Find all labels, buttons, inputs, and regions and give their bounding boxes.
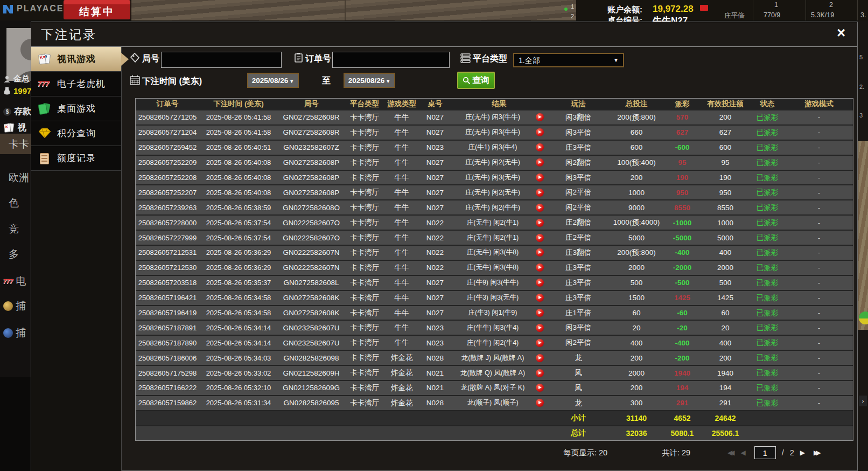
cell-status: 已派彩 xyxy=(750,263,785,273)
play-video-icon[interactable] xyxy=(536,369,544,377)
play-video-icon[interactable] xyxy=(536,219,544,227)
cell-payout: -2000 xyxy=(663,264,701,272)
menu-video-games[interactable]: 9 K♥ 视讯游戏 xyxy=(31,47,121,72)
lobby-tab-dian: 电 xyxy=(16,274,26,288)
limit-value-3: 3. xyxy=(860,11,866,19)
table-row: 2508260571752982025-08-26 05:33:02GN0212… xyxy=(136,365,853,380)
prev-page-icon[interactable]: ◀ xyxy=(740,449,748,456)
play-video-icon[interactable] xyxy=(536,204,544,212)
cell-table_no: N022 xyxy=(419,219,451,227)
cell-platform: 卡卡湾厅 xyxy=(345,128,384,137)
limit-col1: 1 xyxy=(774,1,778,9)
platform-select[interactable]: 1.全部 ▼ xyxy=(513,53,624,67)
table-row: 2508260571878912025-08-26 05:34:14GN0232… xyxy=(136,320,853,335)
cell-status: 已派彩 xyxy=(750,113,785,122)
cell-time: 2025-08-26 05:41:58 xyxy=(199,113,278,121)
round-label: 局号 xyxy=(142,53,159,65)
top-bar: PLAYACE 结算中 1 2 账户余额: 19,972.28 桌台编号: 牛牛… xyxy=(0,0,868,20)
menu-table-games[interactable]: 桌面游戏 xyxy=(31,96,121,121)
play-video-icon[interactable] xyxy=(536,399,544,407)
flag-icon xyxy=(700,5,708,11)
cell-mode: - xyxy=(785,324,853,332)
play-video-icon[interactable] xyxy=(536,324,544,332)
play-video-icon[interactable] xyxy=(536,354,544,362)
cell-order: 250826057259452 xyxy=(136,143,199,151)
cell-play_type: 龙 xyxy=(547,398,610,408)
cell-platform: 卡卡湾厅 xyxy=(345,323,384,333)
cell-table_no: N023 xyxy=(419,143,451,151)
order-input[interactable] xyxy=(332,52,450,68)
cell-time: 2025-08-26 05:33:02 xyxy=(199,369,278,377)
pager: ◀◀ ◀ 1 / 2 ▶ ▶▶ xyxy=(727,446,821,460)
person-icon xyxy=(3,75,11,83)
cell-game: 炸金花 xyxy=(384,383,419,393)
menu-slots[interactable]: 777 电子老虎机 xyxy=(31,72,121,96)
play-video-icon[interactable] xyxy=(536,248,544,257)
play-video-icon[interactable] xyxy=(536,384,544,392)
cell-payout: 190 xyxy=(663,174,701,182)
video-label: 视 xyxy=(18,122,26,134)
expand-arrow-icon: › xyxy=(859,396,867,406)
cell-table_no: N027 xyxy=(419,174,451,182)
play-video-icon[interactable] xyxy=(536,294,544,302)
cell-payout: 570 xyxy=(663,113,701,121)
deposit-label: 存款 xyxy=(14,106,31,117)
cell-platform: 卡卡湾厅 xyxy=(345,203,384,212)
date-from-select[interactable]: 2025/08/26▼ xyxy=(247,73,299,88)
play-video-icon[interactable] xyxy=(536,143,544,151)
play-video-icon[interactable] xyxy=(536,279,544,287)
cell-round: GN0222582607O xyxy=(278,234,345,242)
cell-valid_bet: 20 xyxy=(701,324,750,332)
round-input[interactable] xyxy=(161,52,282,68)
play-video-icon[interactable] xyxy=(536,234,544,242)
cell-round: GN0222582607O xyxy=(278,219,345,227)
cell-valid_bet: 950 xyxy=(701,189,750,197)
cell-status: 已派彩 xyxy=(750,233,785,243)
column-header: 游戏模式 xyxy=(785,99,853,109)
play-video-icon[interactable] xyxy=(536,339,544,347)
cell-valid_bet: 1425 xyxy=(701,294,750,302)
play-video-icon[interactable] xyxy=(536,309,544,317)
cell-round: GN0232582607Z xyxy=(278,143,345,151)
cell-payout: 1425 xyxy=(663,294,701,302)
play-video-icon[interactable] xyxy=(536,128,544,136)
settling-banner: 结算中 xyxy=(64,0,130,19)
cell-time: 2025-08-26 05:34:14 xyxy=(199,324,278,332)
current-page-input[interactable]: 1 xyxy=(754,446,776,459)
last-page-icon[interactable]: ▶▶ xyxy=(814,449,821,456)
first-page-icon[interactable]: ◀◀ xyxy=(727,449,734,456)
menu-points-query[interactable]: 积分查询 xyxy=(31,121,121,146)
modal-content: 局号 订单号 平台类型 1.全部 ▼ xyxy=(122,47,857,471)
cell-payout: -200 xyxy=(663,354,701,362)
cell-order: 250826057187891 xyxy=(136,324,199,332)
cell-status: 已派彩 xyxy=(750,248,785,258)
cell-order: 250826057252208 xyxy=(136,174,199,182)
cell-mode: - xyxy=(785,219,853,227)
wood-texture-right xyxy=(858,141,868,330)
search-button[interactable]: 查询 xyxy=(457,72,495,89)
play-video-icon[interactable] xyxy=(536,158,544,167)
cell-total_bet: 400 xyxy=(610,339,663,347)
play-video-icon[interactable] xyxy=(536,264,544,272)
cell-table_no: N022 xyxy=(419,264,451,272)
cell-platform: 卡卡湾厅 xyxy=(345,173,384,183)
play-video-icon[interactable] xyxy=(536,174,544,182)
next-page-icon[interactable]: ▶ xyxy=(800,449,808,456)
table-row: 2508260571662222025-08-26 05:32:10GN0212… xyxy=(136,380,853,395)
close-icon[interactable]: × xyxy=(837,25,845,41)
cell-game: 牛牛 xyxy=(384,218,419,227)
play-video-icon[interactable] xyxy=(536,113,544,121)
cell-mode: - xyxy=(785,158,853,167)
date-to-select[interactable]: 2025/08/26▼ xyxy=(344,73,395,88)
table-header: 订单号下注时间 (美东)局号平台类型游戏类型桌号结果玩法总投注派彩有效投注额状态… xyxy=(136,99,853,109)
slots-icon: 777 xyxy=(38,78,52,91)
menu-quota-records[interactable]: 额度记录 xyxy=(31,146,121,171)
cell-play_type: 庄2翻倍 xyxy=(547,218,610,227)
table-row: 2508260572279992025-08-26 05:37:54GN0222… xyxy=(136,230,853,245)
cell-result: 庄(牛牛) 闲3(牛4) xyxy=(451,323,547,333)
play-video-icon[interactable] xyxy=(536,189,544,197)
cell-play_type: 凤 xyxy=(547,383,610,393)
slot-777-icon: 777 xyxy=(3,278,13,285)
cell-game: 牛牛 xyxy=(384,308,419,318)
cell-play_type: 闲3平倍 xyxy=(547,323,610,333)
